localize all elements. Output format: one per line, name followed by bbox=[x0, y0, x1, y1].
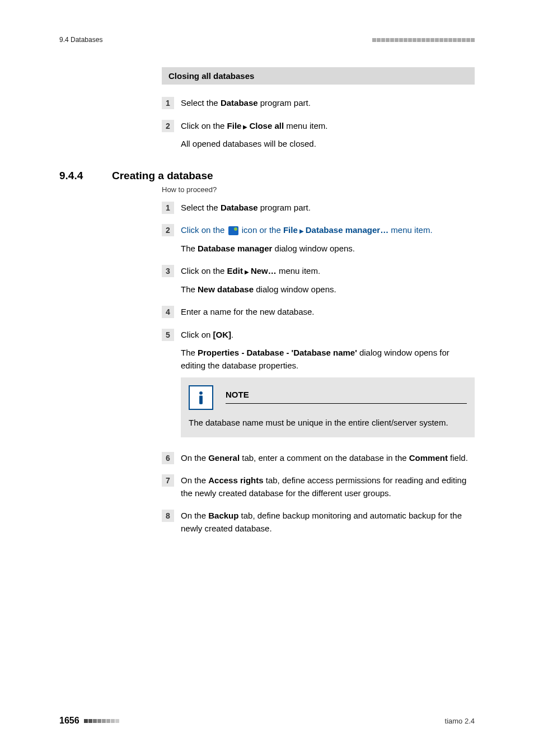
step-text: Select the Database program part. bbox=[181, 97, 475, 110]
step-number: 4 bbox=[162, 306, 174, 318]
section-number: 9.4.4 bbox=[59, 170, 112, 182]
svg-point-0 bbox=[199, 391, 203, 395]
step: 8On the Backup tab, define backup monito… bbox=[162, 510, 475, 535]
step-text: On the Backup tab, define backup monitor… bbox=[181, 510, 475, 535]
step-body: Select the Database program part. bbox=[181, 97, 475, 110]
step: 1Select the Database program part. bbox=[162, 202, 475, 214]
footer-decoration bbox=[84, 719, 119, 723]
page-header: 9.4 Databases bbox=[59, 36, 475, 44]
step-text: On the General tab, enter a comment on t… bbox=[181, 452, 475, 465]
step-number: 2 bbox=[162, 120, 174, 132]
step-body: Select the Database program part. bbox=[181, 202, 475, 214]
step-number: 8 bbox=[162, 510, 174, 522]
section-heading-row: 9.4.4 Creating a database bbox=[59, 170, 475, 182]
step-number: 7 bbox=[162, 474, 174, 487]
step: 2Click on the icon or the File▶Database … bbox=[162, 224, 475, 255]
step-text: Click on the Edit▶New… menu item. bbox=[181, 265, 475, 278]
footer-product-label: tiamo 2.4 bbox=[445, 717, 475, 725]
step-body: Enter a name for the new database. bbox=[181, 306, 475, 319]
closing-databases-heading: Closing all databases bbox=[162, 67, 475, 85]
step-number: 1 bbox=[162, 97, 174, 109]
step-number: 6 bbox=[162, 452, 174, 464]
info-icon bbox=[189, 385, 213, 410]
page-number: 1656 bbox=[59, 716, 79, 726]
step-body: Click on the File▶Close all menu item.Al… bbox=[181, 120, 475, 151]
step-number: 5 bbox=[162, 329, 174, 341]
step-body: Click on the icon or the File▶Database m… bbox=[181, 224, 475, 255]
section-title: Creating a database bbox=[112, 170, 213, 182]
step-text: On the Access rights tab, define access … bbox=[181, 474, 475, 500]
step-text: Click on the File▶Close all menu item. bbox=[181, 120, 475, 133]
step-text: Select the Database program part. bbox=[181, 202, 475, 214]
step: 7On the Access rights tab, define access… bbox=[162, 474, 475, 500]
step: 4Enter a name for the new database. bbox=[162, 306, 475, 319]
step-text: The Properties - Database - 'Database na… bbox=[181, 347, 475, 372]
step-body: On the Access rights tab, define access … bbox=[181, 474, 475, 500]
step: 2Click on the File▶Close all menu item.A… bbox=[162, 120, 475, 151]
step: 3Click on the Edit▶New… menu item.The Ne… bbox=[162, 265, 475, 296]
step-text: All opened databases will be closed. bbox=[181, 138, 475, 151]
step-body: Click on the Edit▶New… menu item.The New… bbox=[181, 265, 475, 296]
how-to-proceed-label: How to proceed? bbox=[162, 185, 475, 194]
step-text: Enter a name for the new database. bbox=[181, 306, 475, 319]
step-text: The Database manager dialog window opens… bbox=[181, 242, 475, 255]
step-body: On the Backup tab, define backup monitor… bbox=[181, 510, 475, 535]
note-box: NOTEThe database name must be unique in … bbox=[181, 377, 475, 437]
note-text: The database name must be unique in the … bbox=[189, 417, 467, 430]
database-manager-icon bbox=[228, 226, 238, 235]
step-text: The New database dialog window opens. bbox=[181, 283, 475, 296]
step: 6On the General tab, enter a comment on … bbox=[162, 452, 475, 465]
page-footer: 1656 tiamo 2.4 bbox=[59, 716, 475, 726]
step-text: Click on the icon or the File▶Database m… bbox=[181, 224, 475, 237]
note-title: NOTE bbox=[226, 389, 467, 404]
step-number: 1 bbox=[162, 202, 174, 214]
header-decoration bbox=[372, 38, 475, 42]
step-body: Click on [OK].The Properties - Database … bbox=[181, 329, 475, 441]
step: 1Select the Database program part. bbox=[162, 97, 475, 110]
step-body: On the General tab, enter a comment on t… bbox=[181, 452, 475, 465]
step-text: Click on [OK]. bbox=[181, 329, 475, 342]
svg-rect-1 bbox=[199, 396, 203, 404]
step-number: 2 bbox=[162, 224, 174, 236]
step-number: 3 bbox=[162, 265, 174, 277]
step: 5Click on [OK].The Properties - Database… bbox=[162, 329, 475, 441]
header-section-label: 9.4 Databases bbox=[59, 36, 102, 44]
